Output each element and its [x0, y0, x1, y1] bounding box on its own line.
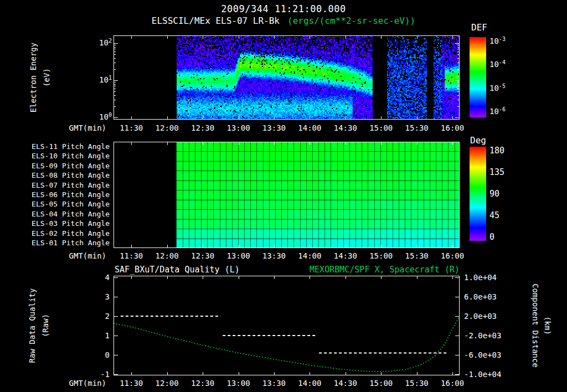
x-tick-label: 14:30 — [332, 378, 359, 388]
x-tick-label: 13:00 — [225, 378, 252, 388]
x-tick-label: 12:00 — [153, 123, 181, 133]
x-tick-label: 11:30 — [117, 378, 145, 388]
def-colorbar-tick-label: 10-4 — [489, 59, 506, 70]
quality-ytick-label: 3 — [83, 292, 110, 302]
units-label: (ergs/(cm**2-sr-sec-eV)) — [287, 16, 415, 26]
quality-title-right: MEXORBMC/SPF X, Spacecraft (R) — [221, 265, 460, 275]
x-tick-label: 14:30 — [332, 251, 359, 261]
distance-ylabel-right-units: (km) — [543, 316, 552, 335]
pitch-colorbar — [470, 147, 486, 241]
quality-ytick-label: -1 — [83, 369, 110, 379]
x-tick-label: 13:30 — [260, 378, 288, 388]
x-tick-label: 15:00 — [367, 378, 395, 388]
quality-canvas — [114, 276, 460, 375]
spectrogram-canvas — [114, 35, 460, 120]
quality-title-left: SAF_BXuT/Data Quality (L) — [115, 265, 240, 275]
pitch-row-label: ELS-04 Pitch Angle — [22, 210, 110, 219]
def-colorbar-tick-label: 10-3 — [489, 36, 506, 47]
x-tick-label: 15:30 — [403, 378, 431, 388]
x-tick-label: 11:30 — [117, 251, 145, 261]
pitch-row-label: ELS-07 Pitch Angle — [22, 181, 110, 190]
gmt-axis-label: GMT(min) — [55, 251, 106, 261]
quality-ytick-label: 4 — [83, 272, 110, 282]
energy-ytick-label: 102 — [82, 38, 112, 49]
quality-ylabel-left-units: (Raw) — [41, 314, 50, 337]
pitch-row-label: ELS-11 Pitch Angle — [22, 142, 110, 151]
deg-colorbar-tick-label: 45 — [489, 210, 499, 220]
distance-ytick-label: -6.0e+03 — [464, 350, 501, 360]
gmt-axis-label: GMT(min) — [55, 378, 106, 388]
spectrogram-ylabel: Electron Energy — [29, 43, 38, 112]
x-tick-label: 13:30 — [260, 123, 288, 133]
x-tick-label: 12:30 — [189, 123, 217, 133]
spectrogram-colorbar — [470, 37, 486, 117]
distance-ylabel-right: Component Distance — [531, 283, 540, 368]
x-tick-label: 15:30 — [403, 251, 431, 261]
science-plot-page: 2009/344 11:21:00.000 ELSSCIL/MEx ELS-07… — [0, 0, 567, 392]
pitch-colorbar-title: Deg — [470, 135, 486, 146]
x-tick-label: 14:00 — [296, 378, 323, 388]
x-tick-label: 16:00 — [439, 251, 466, 261]
deg-colorbar-tick-label: 90 — [489, 189, 499, 199]
pitch-row-label: ELS-01 Pitch Angle — [22, 239, 110, 247]
quality-ylabel-left: Raw Data Quality — [28, 288, 37, 363]
quality-ytick-label: 2 — [83, 311, 110, 321]
pitch-row-label: ELS-10 Pitch Angle — [22, 152, 110, 161]
pitch-row-label: ELS-02 Pitch Angle — [22, 229, 110, 238]
spectrogram-colorbar-title: DEF — [471, 22, 487, 33]
pitch-row-label: ELS-08 Pitch Angle — [22, 171, 110, 180]
distance-ytick-label: 2.0e+03 — [464, 311, 497, 321]
def-colorbar-tick-label: 10-6 — [489, 106, 506, 117]
x-tick-label: 12:30 — [189, 251, 217, 261]
energy-ytick-label: 101 — [82, 75, 112, 86]
x-tick-label: 12:30 — [189, 378, 217, 388]
distance-ytick-label: -1.0e+04 — [464, 369, 501, 379]
pitch-row-label: ELS-05 Pitch Angle — [22, 200, 110, 209]
quality-ytick-label: 0 — [83, 350, 110, 360]
energy-ytick-label: 100 — [82, 112, 112, 123]
spectrogram-ylabel-units: (eV) — [42, 68, 51, 87]
distance-ytick-label: 1.0e+04 — [464, 272, 497, 282]
quality-ytick-label: 1 — [83, 331, 110, 341]
x-tick-label: 15:00 — [367, 123, 395, 133]
distance-ytick-label: 6.0e+03 — [464, 292, 497, 302]
x-tick-label: 11:30 — [117, 123, 145, 133]
deg-colorbar-tick-label: 180 — [489, 146, 504, 156]
x-tick-label: 12:00 — [153, 251, 181, 261]
pitch-row-label: ELS-09 Pitch Angle — [22, 162, 110, 171]
page-title: 2009/344 11:21:00.000 — [0, 3, 567, 14]
x-tick-label: 13:00 — [225, 123, 252, 133]
pitch-canvas — [114, 142, 460, 248]
x-tick-label: 13:00 — [225, 251, 252, 261]
x-tick-label: 14:30 — [332, 123, 359, 133]
x-tick-label: 14:00 — [296, 251, 323, 261]
deg-colorbar-tick-label: 135 — [489, 167, 504, 177]
pitch-row-label: ELS-03 Pitch Angle — [22, 219, 110, 228]
x-tick-label: 13:30 — [260, 251, 288, 261]
x-tick-label: 16:00 — [439, 123, 466, 133]
distance-ytick-label: -2.0e+03 — [464, 331, 501, 341]
pitch-row-label: ELS-06 Pitch Angle — [22, 190, 110, 199]
deg-colorbar-tick-label: 0 — [489, 232, 494, 242]
instrument-title: ELSSCIL/MEx ELS-07 LR-Bk — [152, 16, 280, 26]
x-tick-label: 12:00 — [153, 378, 181, 388]
x-tick-label: 15:00 — [367, 251, 395, 261]
x-tick-label: 15:30 — [403, 123, 431, 133]
gmt-axis-label: GMT(min) — [55, 123, 106, 133]
def-colorbar-tick-label: 10-5 — [489, 83, 506, 94]
x-tick-label: 14:00 — [296, 123, 323, 133]
x-tick-label: 16:00 — [439, 378, 466, 388]
